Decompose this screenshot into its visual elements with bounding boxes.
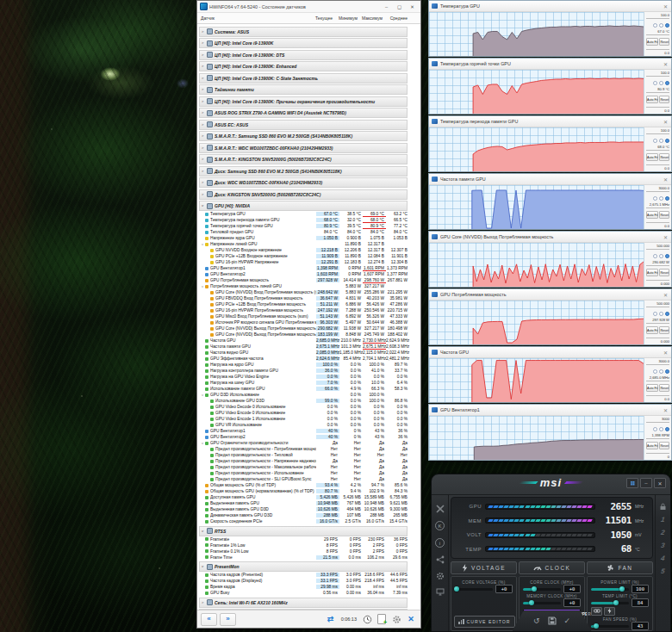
close-button[interactable]: ✕	[407, 3, 418, 11]
hwinfo-sensor-row[interactable]: Частота видео GPU2,085.0 MHz1,185.0 MHz2…	[197, 350, 409, 356]
style-dot[interactable]	[659, 427, 663, 431]
hwinfo-section-row[interactable]: vRTSS	[199, 526, 408, 536]
reset-button[interactable]: Reset	[659, 384, 669, 392]
hwinfo-sensor-row[interactable]: GPU Video Decode 0 Использование0.0 %0.0…	[197, 404, 409, 410]
hwinfo-section-row[interactable]: >S.M.A.R.T.: KINGSTON SNV52000G (50026B7…	[199, 154, 408, 164]
hwinfo-section-row[interactable]: >Тайминги памяти	[199, 84, 408, 95]
graph-plot-area[interactable]	[429, 358, 644, 402]
fan-speed-value[interactable]: 43	[632, 622, 649, 630]
close-sensors-icon[interactable]: ✕	[405, 614, 417, 625]
apply-button[interactable]: ✓	[564, 617, 571, 625]
hwinfo-sensor-row[interactable]: GPU VR Использование0.0 %0.0 %0.0 %0.0 %	[197, 422, 409, 428]
reset-button[interactable]: Reset	[659, 269, 669, 276]
expand-arrow-icon[interactable]: >	[202, 181, 205, 184]
hwinfo-sensor-row[interactable]: GPU PCIe +12В Входное напряжение11.909 В…	[197, 253, 409, 259]
hwinfo-sensor-row[interactable]: Использование памяти GPU66.0 %4.9 %66.3 …	[197, 386, 409, 392]
expand-arrow-icon[interactable]: >	[202, 601, 205, 604]
expand-arrow-icon[interactable]: >	[202, 146, 205, 150]
hwinfo-sensor-row[interactable]: GPU Вентилятор140 %0 %43 %36 %	[197, 428, 409, 434]
close-button[interactable]: ✕	[654, 478, 666, 488]
hwinfo-sensor-row[interactable]: vGPU D3D Использование0.0 %100.0 %	[197, 392, 409, 398]
hwinfo-sensor-row[interactable]: vНапряжение линий GPU11.890 В12.317 В	[197, 241, 409, 247]
style-dot[interactable]	[665, 81, 669, 85]
column-sensor[interactable]: Датчик	[197, 15, 309, 21]
hwinfo-sensor-row[interactable]: GPU Вентилятор21,603 RPM0 RPM1,607 RPM1,…	[197, 271, 409, 277]
style-dot[interactable]	[665, 196, 669, 201]
hwinfo-section-row[interactable]: >ЦП [#0]: Intel Core i9-13900K	[199, 38, 408, 48]
graph-style-dots[interactable]	[646, 369, 669, 374]
msi-dragon-icon[interactable]	[436, 505, 445, 513]
auto-fit-button[interactable]: Auto Fit	[646, 442, 658, 449]
hwinfo-sensor-row[interactable]: Предел производительности - Напряжение н…	[197, 458, 409, 464]
expand-arrow-icon[interactable]: >	[202, 123, 205, 127]
power-limit-slider[interactable]	[591, 588, 629, 591]
memory-clock-value[interactable]: +0	[563, 598, 581, 607]
hwinfo-sensor-row[interactable]: Frame Time21.5 ms0.0 ms106.2 ms29.6 ms	[197, 555, 409, 561]
graph-plot-area[interactable]	[429, 70, 644, 114]
hwinfo-sensor-row[interactable]: GPU Потребляемая мощность297.928 W14.414…	[197, 277, 409, 283]
hwinfo-sensor-row[interactable]: vПотребляемая мощность линий GPU5.883 W3…	[197, 283, 409, 289]
close-icon[interactable]: ✕	[663, 61, 669, 67]
graph-style-dots[interactable]	[646, 81, 669, 85]
slider-knob[interactable]	[454, 586, 459, 592]
profile-slot-1[interactable]: 1	[661, 516, 666, 524]
core-voltage-slider[interactable]	[455, 588, 493, 591]
reset-button[interactable]: Reset	[659, 211, 669, 219]
core-voltage-value[interactable]: +0	[495, 585, 513, 593]
profile-slot-5[interactable]: 5	[661, 567, 666, 575]
style-dot[interactable]	[659, 312, 663, 316]
hwinfo-sensor-row[interactable]: Температура перехода памяти GPU68.0 °C32…	[197, 217, 409, 223]
priority-lightning-toggle[interactable]	[604, 607, 615, 616]
hwinfo-section-row[interactable]: >ЦП [#0]: Intel Core i9-13900K: DTS	[199, 50, 408, 60]
auto-fit-button[interactable]: Auto Fit	[646, 384, 658, 392]
hwinfo-sensor-row[interactable]: Тепловой предел GPU84.0 °C84.0 °C84.0 °C…	[197, 229, 409, 235]
slider-knob[interactable]	[613, 600, 619, 605]
slider-knob[interactable]	[594, 623, 599, 629]
style-dot[interactable]	[653, 23, 657, 28]
hwinfo-sensor-row[interactable]: GPU Эффективная частота2,624.6 MHz85.4 M…	[197, 356, 409, 362]
expand-arrow-icon[interactable]: v	[202, 204, 205, 208]
hwinfo-sensor-row[interactable]: Нагрузка на шину GPU7.0 %0.0 %10.0 %6.4 …	[197, 380, 409, 386]
settings-gear-icon[interactable]	[390, 614, 402, 625]
style-dot[interactable]	[665, 254, 669, 258]
memory-clock-slider[interactable]	[523, 602, 561, 604]
graph-titlebar[interactable]: GPU Потребляемая мощность✕	[429, 289, 671, 301]
style-dot[interactable]	[653, 254, 657, 258]
hwinfo-sensor-row[interactable]: Частота памяти GPU2,675.1 MHz101.3 MHz2,…	[197, 344, 409, 350]
hwinfo-sensor-row[interactable]: GPU Misc0 Вход Потребляемая мощность (su…	[197, 313, 409, 319]
hwinfo-sensor-row[interactable]: Доступная память GPU5,426 МБ5,426 МБ15,5…	[197, 494, 409, 500]
style-dot[interactable]	[659, 81, 663, 85]
hwinfo-sensor-row[interactable]: Предел производительности - Использовани…	[197, 470, 409, 476]
hwinfo-sensor-row[interactable]: GPU Вентилятор11,398 RPM0 RPM1,601 RPM1,…	[197, 265, 409, 271]
hwinfo-sensor-row[interactable]: Температура горячей точки GPU80.9 °C39.5…	[197, 223, 409, 229]
hwinfo-sensor-row[interactable]: Выделенная память GPU10,948 МБ767 МБ10,9…	[197, 500, 409, 506]
auto-fit-button[interactable]: Auto Fit	[646, 269, 658, 276]
report-icon[interactable]	[376, 614, 388, 625]
close-icon[interactable]: ✕	[663, 3, 669, 9]
reset-button[interactable]: Reset	[659, 38, 669, 46]
auto-fit-button[interactable]: Auto Fit	[646, 326, 658, 334]
graph-plot-area[interactable]	[429, 185, 644, 229]
monitor-icon[interactable]	[436, 588, 445, 596]
hwinfo-section-row[interactable]: >ASUS EC: ASUS	[199, 120, 408, 130]
hwinfo-sensor-row[interactable]: Использование GPU D3D99.0 %0.0 %100.0 %8…	[197, 398, 409, 404]
hwinfo-sensor-row[interactable]: Предел производительности - Максимальное…	[197, 464, 409, 470]
hwinfo-sensor-row[interactable]: Нагрузка контроллера памяти GPU36.0 %0.0…	[197, 368, 409, 374]
graph-style-dots[interactable]	[646, 254, 669, 258]
hwinfo-sensor-row[interactable]: GPU FBVDDQ Вход Потребляемая мощность36.…	[197, 295, 409, 301]
hwinfo-sensor-row[interactable]: GPU Video Encode 0 Использование0.0 %0.0…	[197, 410, 409, 416]
hwinfo-sensor-row[interactable]: Выделенная память GPU D3D10,626 МБ464 МБ…	[197, 506, 409, 512]
expand-arrow-icon[interactable]: >	[202, 65, 205, 68]
reset-button[interactable]: Reset	[659, 326, 669, 334]
hwinfo-titlebar[interactable]: HWiNFO64 v7.64-5240 - Состояние датчиков…	[197, 1, 420, 13]
afterburner-titlebar[interactable]: msi – ✕	[432, 474, 670, 495]
share-nodes-icon[interactable]	[436, 555, 445, 564]
hwinfo-sensor-row[interactable]: GPU Video Encode 1 Использование0.0 %0.0…	[197, 416, 409, 422]
link-limits-toggle[interactable]	[591, 607, 602, 616]
auto-fit-button[interactable]: Auto Fit	[646, 153, 658, 161]
hwinfo-section-row[interactable]: vGPU [#0]: NVIDIA	[199, 201, 408, 211]
nav-back-button[interactable]: «	[201, 613, 217, 626]
close-icon[interactable]: ✕	[663, 119, 669, 125]
hwinfo-section-row[interactable]: >ЦП [#0]: Intel Core i9-13900K: Причины …	[199, 96, 408, 107]
auto-fit-button[interactable]: Auto Fit	[646, 96, 658, 103]
